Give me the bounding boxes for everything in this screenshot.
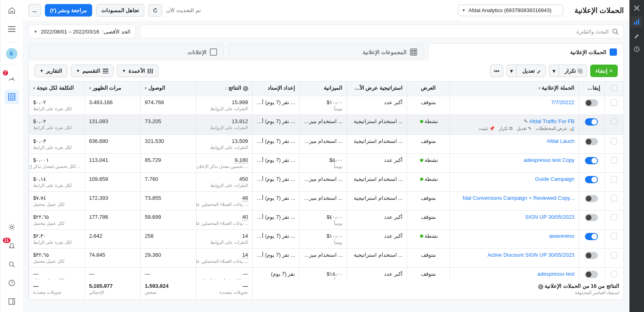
col-header-results[interactable]: i النتائج ↓ [196,82,252,96]
col-header-toggle[interactable]: إيقاف/تشغيل [579,82,605,96]
campaign-link[interactable]: 7/7/20222 [551,99,574,105]
edit-button[interactable]: تعديل ▾ [507,65,546,77]
col-header-budget[interactable]: الميزانية [300,82,347,96]
gauge-icon[interactable]: 7 [4,71,19,86]
row-toggle[interactable] [585,99,598,107]
row-checkbox[interactable] [611,118,617,125]
campaign-link[interactable]: adespresso test Copy [524,157,574,163]
row-toggle[interactable] [585,176,598,183]
search-placeholder: البحث والفلترة [576,29,609,35]
campaign-link[interactable]: ...fdal Conversions Campaign + Reviewed … [463,195,574,201]
campaign-link[interactable]: adespresso test [537,271,574,277]
impressions-value: 172،393 [89,195,108,201]
results-value: 13،509 [232,138,248,144]
row-checkbox[interactable] [611,99,617,106]
create-button[interactable]: +إنشاء [590,65,618,77]
row-checkbox[interactable] [611,214,617,220]
table-row: Afdal Traffic For FB ✎📊 عرض المخططات✎ تع… [29,115,624,135]
account-selector[interactable]: Afdal Analytics (693780838316943) ▼ [458,4,563,16]
reports-button[interactable]: التقارير ▼ [34,65,68,77]
bid-strategy: أكبر عدد [384,233,403,239]
help-icon[interactable]: ? [4,276,19,290]
date-range-selector[interactable]: الحد الأقصى: 2022/03/16 – 2022/08/01 ▼ [28,25,136,38]
col-header-impressions[interactable]: مرات الظهور ▾ [85,82,141,96]
chevron-down-icon[interactable]: ▾ [507,65,517,77]
col-header-delivery[interactable]: العرض [407,82,450,96]
campaign-link[interactable]: awareness [549,233,574,239]
drawer-sidebar [629,0,644,312]
search-filter-input[interactable]: البحث والفلترة [140,25,624,38]
refresh-button[interactable] [148,4,162,17]
status-dot-icon [420,178,423,181]
columns-button[interactable]: الأعمدة ▼ [117,65,158,77]
menu-icon[interactable] [4,22,19,36]
tab-campaigns[interactable]: الحملات الإعلانية [428,43,624,61]
row-action-pin[interactable]: 📌 تثبيت [479,126,495,131]
row-toggle[interactable] [585,214,598,221]
row-toggle[interactable] [585,233,598,240]
footer-impressions: 5،165،977 [89,283,113,289]
chevron-down-icon[interactable]: ▾ [549,65,559,77]
col-header-checkbox[interactable] [604,82,623,96]
select-all-checkbox[interactable] [611,85,617,91]
row-checkbox[interactable] [611,271,617,277]
row-checkbox[interactable] [611,195,617,201]
row-toggle[interactable] [585,252,598,259]
col-header-attribution[interactable]: إعداد الإسناد [252,82,300,96]
chevron-down-icon: ▼ [34,29,38,34]
review-publish-button[interactable]: مراجعة ونشر (٢) [45,4,92,17]
budget-value: ٤٠،٠٠$ [327,214,342,220]
more-actions-button[interactable]: ••• [490,65,504,77]
tab-adsets[interactable]: المجموعات الإعلانية [228,43,424,61]
row-toggle[interactable] [585,271,598,278]
col-header-cpr[interactable]: التكلفة لكل نتيجة ▾ [29,82,85,96]
row-toggle[interactable] [585,157,598,164]
history-drawer-icon[interactable] [631,44,642,55]
row-toggle[interactable] [585,118,598,126]
row-checkbox[interactable] [611,176,617,182]
search-icon-nav[interactable] [4,257,19,272]
edit-drawer-icon[interactable] [631,30,642,41]
row-action-edit[interactable]: ✎ تعديل [517,126,532,131]
table-row: Afdal Lauchمتوقف... استخدام استراتيجية..… [29,135,624,154]
row-checkbox[interactable] [611,233,617,239]
duplicate-button[interactable]: تكرار ▾ [549,65,587,77]
pencil-icon[interactable]: ✎ [524,118,528,124]
campaign-link[interactable]: Guide Campaign [535,176,574,182]
row-action-charts[interactable]: 📊 عرض المخططات [536,126,574,131]
row-checkbox[interactable] [611,138,617,144]
campaign-link[interactable]: Active Discount SIGN UP 30/05/2023 [488,252,574,258]
svg-rect-15 [8,31,15,32]
home-icon[interactable] [4,3,19,18]
header-more-button[interactable]: ... [28,4,41,17]
cpr-value: ٠،٠٠١$ [33,157,49,163]
campaign-link[interactable]: SIGN UP 30/05/2023 [525,214,574,220]
row-checkbox[interactable] [611,252,617,258]
discard-drafts-button[interactable]: تجاهل المسودات [96,4,145,17]
row-toggle[interactable] [585,195,598,202]
footer-cpr: — [33,283,38,289]
row-action-duplicate[interactable]: ⧉ تكرار [499,126,513,131]
reach-value: 73،205 [145,118,161,124]
col-header-campaign[interactable]: الحملة الإعلانية ▾ [450,82,579,96]
row-checkbox[interactable] [611,157,617,163]
svg-rect-7 [148,69,149,73]
gear-icon[interactable] [4,220,19,235]
delivery-status: متوقف [421,252,436,258]
row-toggle[interactable] [585,138,598,145]
avatar[interactable]: E [6,48,17,59]
table-icon[interactable] [4,90,19,104]
insights-icon[interactable] [631,16,642,27]
breakdown-button[interactable]: التقسيم ▼ [71,65,114,77]
account-name: Afdal Analytics (693780838316943) [469,7,551,13]
campaign-link[interactable]: Afdal Lauch [547,138,574,144]
col-header-bid[interactable]: استراتيجية عرض الأسعار [347,82,407,96]
bell-icon[interactable]: 11 [4,239,19,253]
col-header-reach[interactable]: الوصول ▾ [141,82,196,96]
tab-ads[interactable]: الإعلانات [28,43,224,61]
campaign-link[interactable]: Afdal Traffic For FB [529,118,574,124]
panel-icon[interactable] [4,294,19,309]
close-drawer-icon[interactable] [631,2,642,14]
delivery-status: متوقف [421,138,436,144]
delivery-status: نشطة [424,157,438,163]
